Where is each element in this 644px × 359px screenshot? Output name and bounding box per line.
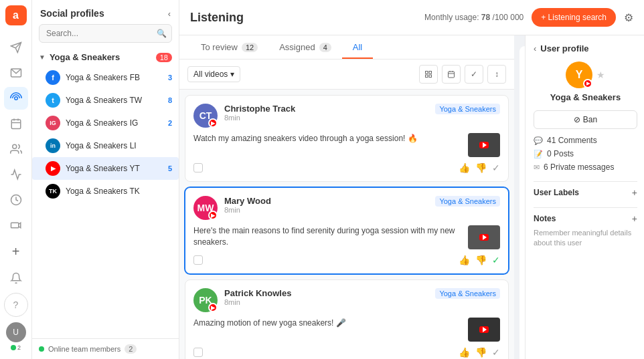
feed-checkbox[interactable]: [193, 255, 203, 265]
thumbs-up-icon[interactable]: 👍: [459, 162, 470, 173]
sidebar-item-send[interactable]: [4, 36, 28, 59]
feed-tag: Yoga & Sneakers: [435, 104, 500, 114]
sidebar-item-calendar[interactable]: [4, 112, 28, 135]
tab-assigned[interactable]: Assigned 4: [268, 35, 342, 59]
feed-tag: Yoga & Sneakers: [435, 196, 500, 207]
app-logo[interactable]: a: [5, 5, 27, 25]
add-note-button[interactable]: +: [632, 213, 637, 224]
feed-items: CT ▶ Christophe Track 8min Yoga & Sneake…: [179, 90, 514, 359]
grid-view-button[interactable]: [419, 65, 438, 84]
list-item[interactable]: CT ▶ Christophe Track 8min Yoga & Sneake…: [185, 95, 509, 182]
main-header: Listening Monthly usage: 78 /100 000 + L…: [179, 0, 644, 35]
tab-badge-to-review: 12: [242, 43, 258, 52]
notes-text: Remember meaningful details about this u…: [534, 228, 637, 249]
collapse-button[interactable]: ‹: [168, 9, 171, 19]
detail-panel: ');background-size:cover;"> Y ▶ Yoga: [514, 35, 525, 359]
bell-icon[interactable]: [4, 266, 28, 290]
check-icon[interactable]: ✓: [492, 347, 500, 358]
social-panel: Social profiles ‹ 🔍 ▼ Yoga & Sneakers 18…: [32, 0, 179, 359]
platform-dot-icon: ▶: [208, 211, 218, 220]
svg-rect-15: [449, 72, 455, 78]
sidebar-item-video[interactable]: [4, 214, 28, 237]
calendar-filter-button[interactable]: [442, 65, 461, 84]
feed-author: Mary Wood: [224, 196, 428, 206]
thumbs-down-icon[interactable]: 👎: [475, 347, 487, 358]
profile-badge-fb: 3: [168, 74, 172, 82]
list-item[interactable]: MW ▶ Mary Wood 8min Yoga & Sneakers Here…: [185, 187, 509, 274]
sort-filter-button[interactable]: ↕: [487, 65, 506, 84]
avatar: PK ▶: [193, 288, 218, 312]
profile-item-tk[interactable]: TK Yoga & Sneakers TK: [32, 180, 179, 203]
profile-item-tw[interactable]: t Yoga & Sneakers TW 8: [32, 89, 179, 112]
search-container: 🔍: [39, 24, 172, 43]
check-icon[interactable]: ✓: [492, 162, 500, 173]
check-filter-button[interactable]: ✓: [465, 65, 483, 84]
sidebar-item-listening[interactable]: [4, 87, 28, 110]
add-listening-search-button[interactable]: + Listening search: [532, 8, 616, 27]
svg-rect-13: [426, 75, 428, 78]
feed-item-meta: Christophe Track 8min: [224, 104, 428, 122]
profile-platform-icon-yt: ▶: [46, 161, 60, 176]
profile-name-li: Yoga & Sneakers LI: [66, 141, 167, 150]
posts-icon: 📝: [534, 150, 543, 158]
ban-button[interactable]: ⊘ Ban: [534, 110, 637, 129]
help-icon[interactable]: ?: [4, 293, 28, 317]
avatar[interactable]: U: [6, 322, 26, 342]
icon-bar: a + ?: [0, 0, 32, 359]
profile-item-ig[interactable]: IG Yoga & Sneakers IG 2: [32, 112, 179, 134]
notes-title: Notes: [534, 214, 556, 223]
check-icon[interactable]: ✓: [492, 255, 500, 265]
list-item[interactable]: PK ▶ Patrick Knowles 8min Yoga & Sneaker…: [185, 279, 509, 359]
user-card: Y ▶ ★ Yoga & Sneakers: [534, 62, 637, 102]
header-right: Monthly usage: 78 /100 000 + Listening s…: [424, 8, 633, 27]
thumbs-up-icon[interactable]: 👍: [459, 255, 470, 265]
profile-name-ig: Yoga & Sneakers IG: [66, 118, 163, 128]
feed-content-text: Here's the main reasons to find serenity…: [193, 225, 463, 248]
profile-item-fb[interactable]: f Yoga & Sneakers FB 3: [32, 66, 179, 89]
feed-content: Here's the main reasons to find serenity…: [193, 225, 500, 249]
back-arrow-icon[interactable]: ‹: [534, 43, 536, 53]
filter-select[interactable]: All videos ▾: [187, 66, 240, 82]
thumbs-down-icon[interactable]: 👎: [475, 162, 487, 173]
profile-badge-ig: 2: [168, 119, 172, 127]
sidebar-item-analytics[interactable]: [4, 163, 28, 186]
profile-platform-icon-li: in: [46, 138, 60, 153]
thumbs-down-icon[interactable]: 👎: [475, 255, 487, 265]
messages-icon: ✉: [534, 163, 540, 172]
profile-group-header[interactable]: ▼ Yoga & Sneakers 18: [32, 48, 179, 66]
user-labels-section: User Labels +: [534, 187, 637, 198]
thumbs-up-icon[interactable]: 👍: [459, 347, 470, 358]
group-badge: 18: [156, 53, 172, 62]
sidebar-item-inbox[interactable]: [4, 62, 28, 84]
feed-actions: 👍 👎 ✓: [193, 347, 500, 358]
search-input[interactable]: [39, 24, 172, 43]
page-title: Listening: [190, 11, 244, 25]
tab-to-review[interactable]: To review 12: [190, 35, 268, 59]
profile-name-yt: Yoga & Sneakers YT: [66, 164, 163, 173]
stat-messages-value: 6 Private messages: [544, 162, 614, 172]
profile-platform-icon-ig: IG: [46, 116, 60, 130]
divider-2: [534, 207, 637, 208]
user-profile-header[interactable]: ‹ User profile: [534, 43, 637, 53]
star-icon[interactable]: ★: [596, 70, 605, 80]
settings-icon[interactable]: ⚙: [624, 11, 633, 24]
sidebar-item-clock[interactable]: [4, 189, 28, 211]
add-icon[interactable]: +: [4, 239, 28, 263]
feed-panel: To review 12 Assigned 4 All All videos: [179, 35, 514, 359]
add-label-button[interactable]: +: [632, 187, 637, 198]
sidebar-item-users[interactable]: [4, 138, 28, 160]
profile-platform-icon-tw: t: [46, 93, 60, 108]
post-detail: Y ▶ Yoga & Sneakers 14th of June 2022, 1…: [519, 46, 525, 359]
stat-comments: 💬 41 Comments: [534, 136, 637, 145]
tab-badge-assigned: 4: [319, 43, 331, 52]
profile-item-li[interactable]: in Yoga & Sneakers LI: [32, 134, 179, 157]
feed-item-header: PK ▶ Patrick Knowles 8min Yoga & Sneaker…: [193, 288, 500, 312]
tab-all[interactable]: All: [342, 35, 373, 59]
filter-icons: ✓ ↕: [419, 65, 506, 84]
profile-badge-tw: 8: [168, 96, 172, 104]
user-profile-title: User profile: [540, 43, 588, 53]
feed-checkbox[interactable]: [193, 163, 203, 172]
feed-checkbox[interactable]: [193, 348, 203, 357]
profile-item-yt[interactable]: ▶ Yoga & Sneakers YT 5: [32, 157, 179, 180]
chevron-down-icon: ▼: [39, 53, 46, 61]
